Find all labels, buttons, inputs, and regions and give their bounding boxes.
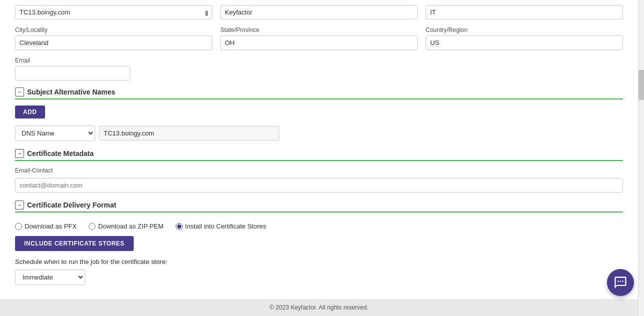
radio-zip-label[interactable]: Download as ZIP PEM <box>89 222 164 230</box>
schedule-select[interactable]: Immediate Now Later <box>15 270 85 285</box>
city-label: City/Locality <box>15 26 212 34</box>
metadata-section-content: Email-Contact <box>15 165 623 196</box>
dns-type-select[interactable]: DNS Name IP Address RFC 822 Name URI <box>15 126 95 141</box>
group-country: Country/Region <box>426 26 623 50</box>
group-state: State/Province <box>220 26 418 50</box>
scrollbar-thumb[interactable] <box>638 70 644 100</box>
include-certificate-stores-button[interactable]: INCLUDE CERTIFICATE STORES <box>15 236 134 251</box>
radio-zip-text: Download as ZIP PEM <box>98 222 164 230</box>
cn-input-wrapper: ▮ <box>15 5 212 20</box>
svg-point-1 <box>620 280 621 282</box>
email-label: Email <box>15 57 130 64</box>
chat-button[interactable] <box>607 269 634 296</box>
san-collapse-button[interactable]: − <box>15 88 24 96</box>
page-container: ▮ City/Locality State/Province Country/R… <box>0 0 644 316</box>
group-city: City/Locality <box>15 26 212 50</box>
add-san-button[interactable]: ADD <box>15 106 45 118</box>
radio-pfx-label[interactable]: Download as PFX <box>15 222 77 230</box>
row-city-state-country: City/Locality State/Province Country/Reg… <box>15 26 623 50</box>
delivery-collapse-button[interactable]: − <box>15 200 24 210</box>
svg-point-0 <box>617 280 619 282</box>
radio-pfx[interactable] <box>15 223 22 230</box>
chat-icon <box>613 276 627 290</box>
state-input[interactable] <box>220 36 418 50</box>
cn-icon: ▮ <box>205 8 208 16</box>
footer: © 2023 Keyfactor. All rights reserved. <box>0 299 638 316</box>
row-email: Email <box>15 57 623 80</box>
radio-pfx-text: Download as PFX <box>25 222 77 230</box>
delivery-section-content: Download as PFX Download as ZIP PEM Inst… <box>15 216 623 289</box>
scrollbar[interactable] <box>638 0 644 316</box>
group-email-contact: Email-Contact <box>15 167 623 192</box>
metadata-collapse-button[interactable]: − <box>15 149 24 158</box>
organization-input[interactable] <box>220 5 418 20</box>
san-section-header: − Subject Alternative Names <box>15 88 623 100</box>
dns-row: DNS Name IP Address RFC 822 Name URI <box>15 126 623 141</box>
email-contact-input[interactable] <box>15 178 623 192</box>
radio-install-label[interactable]: Install into Certificate Stores <box>176 222 266 230</box>
group-common-name: ▮ <box>15 5 212 20</box>
common-name-input[interactable] <box>15 5 212 20</box>
email-contact-label: Email-Contact <box>15 167 623 174</box>
ou-input[interactable] <box>426 5 623 20</box>
schedule-label: Schedule when to run the job for the cer… <box>15 258 623 266</box>
country-label: Country/Region <box>426 26 623 34</box>
state-label: State/Province <box>220 26 418 34</box>
radio-install-text: Install into Certificate Stores <box>185 222 266 230</box>
svg-point-2 <box>622 280 623 282</box>
san-section-content: ADD DNS Name IP Address RFC 822 Name URI <box>15 104 623 145</box>
group-organization <box>220 5 418 20</box>
row-cn-org-ou: ▮ <box>15 5 623 20</box>
footer-text: © 2023 Keyfactor. All rights reserved. <box>269 304 369 311</box>
metadata-section-title: Certificate Metadata <box>27 150 94 158</box>
radio-install[interactable] <box>176 223 183 230</box>
group-ou <box>426 5 623 20</box>
delivery-section-title: Certificate Delivery Format <box>27 201 116 209</box>
delivery-radio-row: Download as PFX Download as ZIP PEM Inst… <box>15 222 623 230</box>
metadata-section-header: − Certificate Metadata <box>15 149 623 161</box>
country-input[interactable] <box>426 36 623 50</box>
group-email: Email <box>15 57 130 80</box>
san-section-title: Subject Alternative Names <box>27 88 115 96</box>
main-content: ▮ City/Locality State/Province Country/R… <box>0 0 638 316</box>
email-input[interactable] <box>15 66 130 80</box>
delivery-section-header: − Certificate Delivery Format <box>15 200 623 212</box>
city-input[interactable] <box>15 36 212 50</box>
radio-zip[interactable] <box>89 223 96 230</box>
dns-value-input[interactable] <box>99 126 279 140</box>
